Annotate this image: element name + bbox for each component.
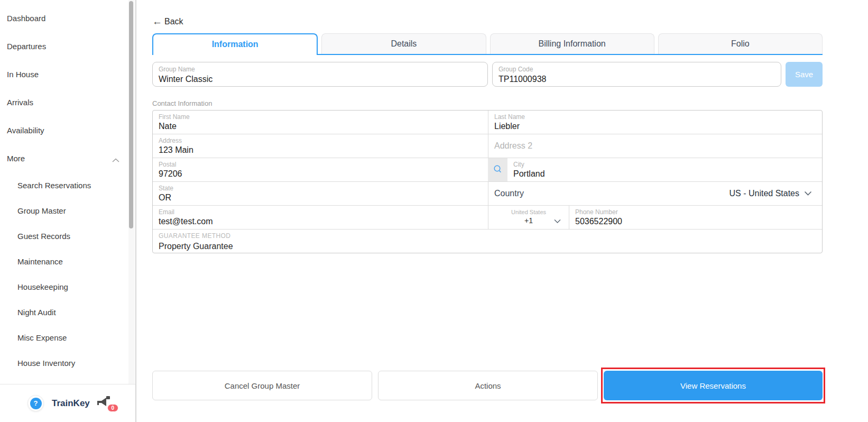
sidebar-item-misc-expense[interactable]: Misc Expense bbox=[0, 325, 135, 350]
city-value: Portland bbox=[513, 169, 816, 179]
row-guarantee: GUARANTEE METHOD Property Guarantee bbox=[153, 229, 822, 253]
postal-value: 97206 bbox=[159, 169, 482, 179]
actions-button[interactable]: Actions bbox=[378, 371, 598, 400]
country-value: US - United States bbox=[730, 189, 800, 198]
group-code-value: TP11000938 bbox=[498, 75, 775, 84]
country-field: Country US - United States bbox=[488, 182, 822, 205]
help-button[interactable]: ? bbox=[27, 395, 44, 411]
postal-field[interactable]: Postal 97206 bbox=[153, 158, 488, 181]
sidebar-item-availability[interactable]: Availability bbox=[0, 116, 135, 144]
sidebar-scrollbar-thumb[interactable] bbox=[129, 1, 133, 228]
back-button[interactable]: ← Back bbox=[152, 16, 183, 26]
address-value: 123 Main bbox=[159, 145, 482, 155]
view-reservations-button[interactable]: View Reservations bbox=[604, 371, 823, 400]
email-value: test@test.com bbox=[159, 217, 482, 226]
tab-details[interactable]: Details bbox=[321, 33, 486, 54]
notification-badge: 0 bbox=[107, 404, 118, 412]
city-label: City bbox=[513, 161, 816, 168]
sidebar-item-dashboard[interactable]: Dashboard bbox=[0, 4, 135, 32]
sidebar-item-maintenance[interactable]: Maintenance bbox=[0, 249, 135, 274]
group-fields-row: Group Name Winter Classic Group Code TP1… bbox=[152, 62, 823, 87]
city-field[interactable]: City Portland bbox=[507, 158, 822, 181]
address-field[interactable]: Address 123 Main bbox=[153, 134, 488, 158]
brand-logo: TrainKey bbox=[52, 398, 90, 409]
sidebar-nav: Dashboard Departures In House Arrivals A… bbox=[0, 0, 135, 375]
row-postal-city: Postal 97206 City Portland bbox=[153, 158, 822, 181]
first-name-value: Nate bbox=[159, 122, 482, 131]
sidebar-item-arrivals[interactable]: Arrivals bbox=[0, 88, 135, 116]
group-name-value: Winter Classic bbox=[159, 75, 482, 84]
tab-billing-information[interactable]: Billing Information bbox=[490, 33, 654, 54]
contact-form: First Name Nate Last Name Liebler Addres… bbox=[152, 110, 823, 253]
group-code-field[interactable]: Group Code TP11000938 bbox=[492, 62, 781, 87]
sidebar-item-in-house[interactable]: In House bbox=[0, 60, 135, 88]
first-name-label: First Name bbox=[159, 113, 482, 121]
announcements-button[interactable]: 0 bbox=[95, 396, 111, 411]
sidebar-item-more[interactable]: More bbox=[0, 144, 135, 172]
save-button[interactable]: Save bbox=[786, 62, 823, 87]
sidebar-item-guest-records[interactable]: Guest Records bbox=[0, 223, 135, 249]
last-name-value: Liebler bbox=[494, 122, 816, 131]
last-name-field[interactable]: Last Name Liebler bbox=[488, 111, 822, 134]
sidebar-item-house-inventory[interactable]: House Inventory bbox=[0, 350, 135, 375]
phone-group: United States +1 Phone Number 5036522900 bbox=[488, 206, 822, 229]
arrow-left-icon: ← bbox=[152, 16, 162, 26]
guarantee-method-label: GUARANTEE METHOD bbox=[159, 232, 816, 240]
tab-folio[interactable]: Folio bbox=[658, 33, 823, 54]
first-name-field[interactable]: First Name Nate bbox=[153, 111, 488, 134]
phone-number-value: 5036522900 bbox=[575, 217, 816, 226]
guarantee-method-value: Property Guarantee bbox=[159, 242, 816, 251]
view-reservations-label: View Reservations bbox=[680, 381, 746, 390]
postal-label: Postal bbox=[159, 161, 482, 168]
country-label: Country bbox=[494, 189, 524, 198]
phone-number-label: Phone Number bbox=[575, 208, 816, 216]
row-address: Address 123 Main Address 2 bbox=[153, 134, 822, 158]
phone-number-field[interactable]: Phone Number 5036522900 bbox=[569, 206, 822, 229]
address-label: Address bbox=[159, 137, 482, 144]
row-name: First Name Nate Last Name Liebler bbox=[153, 111, 822, 134]
sidebar-footer: ? TrainKey 0 bbox=[0, 384, 135, 422]
chevron-down-icon bbox=[804, 189, 812, 198]
cancel-group-master-button[interactable]: Cancel Group Master bbox=[152, 371, 372, 400]
country-select[interactable]: US - United States bbox=[730, 189, 812, 198]
footer-actions: Cancel Group Master Actions View Reserva… bbox=[152, 371, 823, 400]
row-state-country: State OR Country US - United States bbox=[153, 181, 822, 205]
state-field[interactable]: State OR bbox=[153, 182, 488, 205]
email-field[interactable]: Email test@test.com bbox=[153, 206, 488, 229]
postal-lookup-button[interactable] bbox=[488, 158, 507, 181]
sidebar-item-night-audit[interactable]: Night Audit bbox=[0, 299, 135, 325]
tab-bar: Information Details Billing Information … bbox=[152, 33, 823, 55]
sidebar: Dashboard Departures In House Arrivals A… bbox=[0, 0, 136, 422]
chevron-up-icon bbox=[112, 155, 119, 164]
dial-country-label: United States bbox=[488, 209, 569, 215]
state-value: OR bbox=[159, 193, 482, 203]
sidebar-item-housekeeping[interactable]: Housekeeping bbox=[0, 274, 135, 299]
back-label: Back bbox=[164, 17, 183, 26]
contact-information-heading: Contact Information bbox=[152, 99, 823, 107]
sidebar-item-more-label: More bbox=[7, 154, 25, 163]
chevron-down-icon bbox=[554, 216, 561, 226]
state-label: State bbox=[159, 185, 482, 192]
group-name-field[interactable]: Group Name Winter Classic bbox=[152, 62, 488, 87]
tab-information[interactable]: Information bbox=[152, 33, 318, 54]
address2-placeholder: Address 2 bbox=[494, 141, 532, 151]
sidebar-item-search-reservations[interactable]: Search Reservations bbox=[0, 172, 135, 198]
question-mark-icon: ? bbox=[30, 398, 42, 409]
main-content: ← Back Information Details Billing Infor… bbox=[136, 0, 868, 422]
sidebar-scrollbar-track[interactable] bbox=[128, 0, 135, 422]
sidebar-item-departures[interactable]: Departures bbox=[0, 32, 135, 60]
search-icon bbox=[493, 164, 502, 175]
row-email-phone: Email test@test.com United States +1 Pho… bbox=[153, 205, 822, 229]
group-code-label: Group Code bbox=[498, 66, 775, 73]
group-name-label: Group Name bbox=[159, 66, 482, 73]
address2-field[interactable]: Address 2 bbox=[488, 134, 822, 158]
last-name-label: Last Name bbox=[494, 113, 816, 121]
sidebar-item-group-master[interactable]: Group Master bbox=[0, 198, 135, 223]
guarantee-method-field[interactable]: GUARANTEE METHOD Property Guarantee bbox=[153, 230, 822, 253]
email-label: Email bbox=[159, 208, 482, 216]
dial-code-select[interactable]: United States +1 bbox=[488, 206, 569, 229]
